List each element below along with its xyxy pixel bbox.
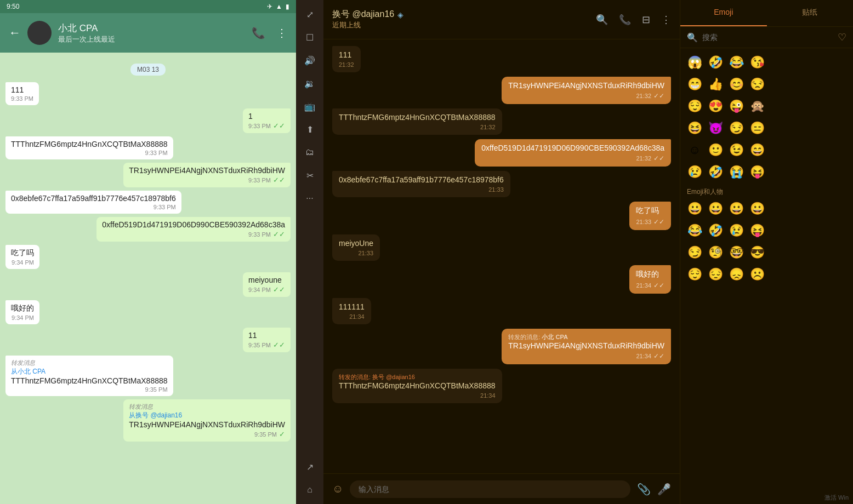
forwarded-message-row: 转发的消息: 换号 @dajian16 TTThntzFMG6mptz4HnGn…	[332, 369, 671, 403]
message-input[interactable]	[350, 480, 630, 498]
emoji-row: 😀 😀 😀 😀	[685, 199, 849, 219]
right-contact-name: 换号 @dajian16 ◈	[332, 9, 589, 20]
right-contact-name-text: 换号 @dajian16	[332, 9, 394, 20]
forwarded-label: 转发的消息: 换号 @dajian16	[339, 373, 496, 381]
status-time: 9:50	[7, 3, 19, 10]
message-text: meiyoUne	[339, 239, 373, 248]
message-text: 0x8ebfe67c7ffa17a59aff91b7776e457c18978b…	[11, 194, 176, 203]
date-badge: M03 13	[130, 64, 166, 76]
emoji-cell[interactable]: 😀	[706, 199, 725, 219]
layout-icon[interactable]: ⊟	[642, 14, 650, 26]
emoji-cell[interactable]: 😒	[747, 75, 767, 94]
emoji-cell[interactable]: 😊	[726, 75, 746, 94]
message-time: 21:32	[339, 61, 354, 68]
back-button[interactable]: ←	[9, 26, 21, 40]
send-icon[interactable]: 🎤	[657, 483, 671, 496]
message-time: 21:34	[480, 392, 496, 399]
emoji-cell[interactable]: 😜	[726, 96, 746, 116]
emoji-cell[interactable]: 😘	[747, 53, 767, 72]
emoji-cell[interactable]: 😀	[685, 199, 704, 219]
call-icon[interactable]: 📞	[252, 26, 265, 39]
emoji-cell[interactable]: 😭	[726, 162, 746, 182]
sidebar-icon-volume-low[interactable]: 🔉	[300, 73, 320, 93]
emoji-cell[interactable]: 🤓	[726, 243, 746, 262]
emoji-cell[interactable]: 😎	[747, 243, 767, 262]
emoji-cell[interactable]: 😢	[726, 221, 746, 240]
emoji-cell[interactable]: 😑	[747, 118, 767, 138]
emoji-cell[interactable]: 😔	[706, 265, 725, 284]
emoji-cell[interactable]: 🤣	[706, 53, 725, 72]
tab-sticker[interactable]: 贴纸	[767, 0, 854, 26]
emoji-search-input[interactable]	[702, 33, 833, 42]
emoji-cell[interactable]: 😈	[706, 118, 725, 138]
emoji-cell[interactable]: ☺️	[685, 140, 704, 160]
forwarded-message-row: 转发消息 从换号 @dajian16 TR1syHWNPEi4ANgjNXNST…	[5, 399, 291, 442]
message-row: TR1syHWNPEi4ANgjNXNSTduxRiRh9dbiHW 9:33 …	[5, 163, 291, 187]
sidebar-icon-display[interactable]: 📺	[300, 96, 320, 116]
emoji-cell[interactable]: 😏	[726, 118, 746, 138]
message-time: 9:35 PM	[248, 342, 271, 348]
message-tick: ✓✓	[273, 285, 285, 294]
sidebar-icon-more[interactable]: ···	[300, 188, 320, 208]
call-icon[interactable]: 📞	[619, 14, 631, 26]
emoji-cell[interactable]: 😢	[685, 162, 704, 182]
emoji-cell[interactable]: 😂	[726, 53, 746, 72]
emoji-cell[interactable]: 😌	[685, 96, 704, 116]
right-header-icons: 🔍 📞 ⊟ ⋮	[596, 14, 671, 26]
message-time: 21:34	[636, 353, 651, 359]
emoji-cell[interactable]: 😆	[685, 118, 704, 138]
message-time: 21:32	[636, 155, 651, 162]
message-row: TR1syHWNPEi4ANgjNXNSTduxRiRh9dbiHW 21:32…	[332, 77, 671, 104]
emoji-cell[interactable]: ☹️	[747, 265, 767, 284]
sidebar-icon-resize[interactable]: ⤢	[300, 4, 320, 24]
sidebar-icon-share[interactable]: ↗	[300, 457, 320, 477]
message-row: 哦好的 21:34 ✓✓	[332, 265, 671, 294]
emoji-cell[interactable]: 😝	[747, 162, 767, 182]
date-divider: M03 13	[5, 64, 291, 76]
left-chat-area: M03 13 111 9:33 PM 1 9:33 PM ✓✓	[0, 53, 296, 504]
message-time: 9:33 PM	[11, 95, 33, 102]
emoji-cell[interactable]: 🙊	[747, 96, 767, 116]
emoji-cell[interactable]: 😉	[726, 140, 746, 160]
favorite-icon[interactable]: ♡	[838, 31, 846, 43]
message-bubble: 111111 21:34	[332, 298, 371, 324]
emoji-cell[interactable]: 🤣	[706, 162, 725, 182]
message-bubble: 0xffeD519D1d471919D06D990CBE590392Ad68c3…	[96, 217, 291, 242]
sidebar-icon-stack[interactable]: 🗂	[300, 142, 320, 162]
tab-emoji[interactable]: Emoji	[680, 0, 767, 26]
sidebar-icon-screen[interactable]: ☐	[300, 27, 320, 47]
emoji-cell[interactable]: 😌	[685, 265, 704, 284]
message-row: 哦好的 9:34 PM	[5, 300, 291, 324]
emoji-cell[interactable]: 😱	[685, 53, 704, 72]
more-icon[interactable]: ⋮	[661, 14, 671, 26]
emoji-icon[interactable]: ☺	[332, 483, 343, 495]
emoji-cell[interactable]: 😍	[706, 96, 725, 116]
search-icon[interactable]: 🔍	[596, 14, 608, 26]
emoji-cell[interactable]: 😂	[685, 221, 704, 240]
sidebar-icon-scissors[interactable]: ✂	[300, 165, 320, 185]
emoji-cell[interactable]: 😄	[747, 140, 767, 160]
emoji-cell[interactable]: 😏	[685, 243, 704, 262]
emoji-cell[interactable]: 😀	[726, 199, 746, 219]
message-time: 9:34 PM	[12, 259, 34, 266]
emoji-row: 😱 🤣 😂 😘	[685, 53, 849, 72]
more-icon[interactable]: ⋮	[276, 26, 287, 39]
sidebar-icon-home[interactable]: ⌂	[300, 480, 320, 500]
emoji-cell[interactable]: 😀	[747, 199, 767, 219]
emoji-cell[interactable]: 👍	[706, 75, 725, 94]
emoji-panel: Emoji 贴纸 🔍 ♡ 😱 🤣 😂 😘 😁 👍 😊 😒 😌 😍 😜 🙊 😆	[680, 0, 853, 504]
emoji-cell[interactable]: 😝	[747, 221, 767, 240]
sidebar-icon-volume-high[interactable]: 🔊	[300, 50, 320, 70]
forwarded-bubble: 转发消息 从小北 CPA TTThntzFMG6mptz4HnGnXCQTBtM…	[5, 356, 173, 396]
sidebar-icon-upload[interactable]: ⬆	[300, 119, 320, 139]
message-text: 11	[248, 331, 257, 340]
message-time: 9:34 PM	[248, 287, 271, 293]
emoji-cell[interactable]: 😁	[685, 75, 704, 94]
attach-icon[interactable]: 📎	[637, 483, 651, 496]
emoji-cell[interactable]: 😞	[726, 265, 746, 284]
contact-info: 小北 CPA 最后一次上线最近	[58, 22, 245, 44]
emoji-cell[interactable]: 🧐	[706, 243, 725, 262]
emoji-cell[interactable]: 🙂	[706, 140, 725, 160]
emoji-row: ☺️ 🙂 😉 😄	[685, 140, 849, 160]
emoji-cell[interactable]: 🤣	[706, 221, 725, 240]
